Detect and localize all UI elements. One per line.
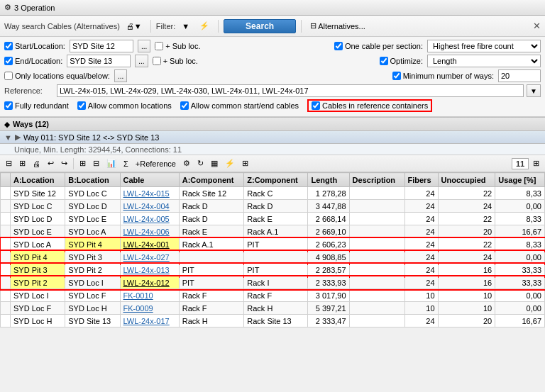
filter-button[interactable]: ▼ [178, 21, 193, 32]
reference-label: Reference: [4, 86, 54, 95]
grid-chart-btn[interactable]: 📊 [104, 157, 119, 170]
optimize-select[interactable]: Length [427, 55, 541, 67]
table-row[interactable]: SYD Loc ESYD Loc ALWL-24x-006Rack ERack … [1, 225, 545, 238]
row-usage: 8,33 [495, 213, 545, 225]
col-description[interactable]: Description [349, 173, 404, 187]
print-button[interactable]: 🖨▼ [123, 21, 145, 32]
end-dots-btn[interactable]: ... [135, 55, 148, 67]
min-ways-checkbox[interactable] [392, 72, 401, 80]
alternatives-button[interactable]: ⊟ Alternatives... [307, 20, 369, 32]
row-usage: 8,33 [495, 238, 545, 251]
row-cable[interactable]: LWL-24x-005 [120, 213, 179, 225]
end-location-checkbox-label: End/Location: [4, 57, 62, 65]
table-row[interactable]: SYD Pit 3SYD Pit 2LWL-24x-013PITPIT2 283… [1, 264, 545, 276]
close-button[interactable]: ✕ [533, 21, 541, 31]
row-arrow [1, 200, 11, 213]
row-cable[interactable]: LWL-24x-006 [120, 225, 179, 238]
search-button[interactable]: Search [224, 19, 296, 33]
start-subloc-checkbox[interactable] [155, 42, 163, 50]
optimize-checkbox-label: Optimize: [380, 57, 423, 65]
row-cable[interactable]: LWL-24x-015 [120, 187, 179, 200]
allow-common-locs-checkbox[interactable] [77, 101, 86, 110]
only-loc-dots-btn[interactable]: ... [114, 69, 127, 82]
way-expand-icon: ▼ [4, 133, 12, 142]
row-cable[interactable]: LWL-24x-017 [120, 315, 179, 327]
row-cable[interactable]: LWL-24x-013 [120, 264, 179, 276]
row-arrow [1, 251, 11, 264]
col-a-location[interactable]: A:Location [11, 173, 65, 187]
fully-redundant-checkbox[interactable] [4, 101, 13, 110]
col-usage[interactable]: Usage [%] [495, 173, 545, 187]
col-unoccupied[interactable]: Unoccupied [438, 173, 495, 187]
start-subloc-label: + Sub loc. [155, 42, 200, 50]
reference-input[interactable] [57, 84, 524, 97]
table-row[interactable]: SYD Loc FSYD Loc HFK-0009Rack FRack H5 3… [1, 302, 545, 315]
optimize-checkbox[interactable] [380, 57, 388, 65]
row-cable[interactable]: LWL-24x-027 [120, 251, 179, 264]
grid-sum-btn[interactable]: Σ [121, 157, 131, 170]
only-loc-checkbox[interactable] [4, 72, 13, 80]
grid-view-btn[interactable]: ▦ [208, 157, 221, 170]
table-row[interactable]: SYD Site 12SYD Loc CLWL-24x-015Rack Site… [1, 187, 545, 200]
grid-connect-btn[interactable]: ⚡ [222, 157, 238, 170]
start-dots-btn[interactable]: ... [138, 40, 150, 52]
grid-redo-btn[interactable]: ↪ [58, 157, 70, 170]
table-row[interactable]: SYD Loc CSYD Loc DLWL-24x-004Rack DRack … [1, 200, 545, 213]
grid-layout-btn[interactable]: ⊞ [530, 157, 542, 170]
way-item[interactable]: ▼ ▶ Way 011: SYD Site 12 <-> SYD Site 13 [0, 131, 545, 144]
table-row[interactable]: SYD Loc DSYD Loc ELWL-24x-005Rack DRack … [1, 213, 545, 225]
one-cable-select[interactable]: Highest free fibre count [427, 40, 541, 52]
allow-common-start-checkbox[interactable] [180, 101, 189, 110]
min-ways-input[interactable] [498, 69, 541, 82]
row-description [349, 276, 404, 289]
title-icon: ⚙ [4, 3, 11, 12]
grid-filter-btn[interactable]: ⊟ [3, 157, 15, 170]
lightning-button[interactable]: ⚡ [196, 20, 213, 32]
end-input[interactable] [67, 55, 131, 67]
row-a-component: Rack E [179, 225, 244, 238]
grid-plus-ref-btn[interactable]: +Reference [133, 157, 179, 170]
main-toolbar: Way search Cables (Alternatives) 🖨▼ Filt… [0, 16, 545, 37]
grid-undo-btn[interactable]: ↩ [45, 157, 57, 170]
only-loc-row: Only locations equal/below: ... Minimum … [4, 69, 541, 82]
table-row[interactable]: SYD Loc HSYD Site 13LWL-24x-017Rack HRac… [1, 315, 545, 327]
grid-fit-btn[interactable]: ⊞ [16, 157, 28, 170]
end-subloc-checkbox[interactable] [153, 57, 161, 65]
row-cable[interactable]: FK-0009 [120, 302, 179, 315]
grid-toolbar: ⊟ ⊞ 🖨 ↩ ↪ ⊞ ⊟ 📊 Σ +Reference ⚙ ↻ ▦ ⚡ ⊞ 1… [0, 155, 545, 172]
row-unoccupied: 24 [438, 251, 495, 264]
table-row[interactable]: SYD Loc ASYD Pit 4LWL-24x-001Rack A.1PIT… [1, 238, 545, 251]
row-cable[interactable]: LWL-24x-004 [120, 200, 179, 213]
row-cable[interactable]: LWL-24x-001 [120, 238, 179, 251]
grid-options-btn[interactable]: ⚙ [180, 157, 193, 170]
grid-expand-btn[interactable]: ⊞ [239, 157, 251, 170]
reference-drop-btn[interactable]: ▼ [527, 84, 541, 97]
row-a-location: SYD Loc D [11, 213, 65, 225]
end-location-checkbox[interactable] [4, 57, 13, 65]
grid-print-btn[interactable]: 🖨 [30, 157, 43, 170]
col-z-component[interactable]: Z:Component [244, 173, 308, 187]
row-cable[interactable]: LWL-24x-012 [120, 276, 179, 289]
col-a-component[interactable]: A:Component [179, 173, 244, 187]
table-row[interactable]: SYD Pit 4SYD Pit 3LWL-24x-0274 908,85242… [1, 251, 545, 264]
grid-refresh-btn[interactable]: ↻ [194, 157, 207, 170]
table-header-row: A:Location B:Location Cable A:Component … [1, 173, 545, 187]
table-row[interactable]: SYD Pit 2SYD Loc ILWL-24x-012PITRack I2 … [1, 276, 545, 289]
row-b-location: SYD Loc I [65, 276, 120, 289]
row-cable[interactable]: FK-0010 [120, 289, 179, 302]
row-a-component: Rack F [179, 302, 244, 315]
alternatives-icon: ⊟ [310, 21, 316, 30]
start-input[interactable] [70, 40, 133, 52]
col-cable[interactable]: Cable [120, 173, 179, 187]
grid-del-btn[interactable]: ⊟ [90, 157, 102, 170]
grid-add-btn[interactable]: ⊞ [77, 157, 89, 170]
col-fibers[interactable]: Fibers [404, 173, 438, 187]
col-b-location[interactable]: B:Location [65, 173, 120, 187]
col-length[interactable]: Length [308, 173, 349, 187]
cables-in-ref-checkbox[interactable] [312, 101, 320, 110]
one-cable-checkbox[interactable] [334, 42, 343, 50]
cables-in-ref-label: Cables in reference containers [322, 101, 428, 110]
start-location-checkbox[interactable] [4, 42, 13, 50]
end-location-row: End/Location: ... + Sub loc. Optimize: L… [4, 55, 541, 67]
table-row[interactable]: SYD Loc ISYD Loc FFK-0010Rack FRack F3 0… [1, 289, 545, 302]
